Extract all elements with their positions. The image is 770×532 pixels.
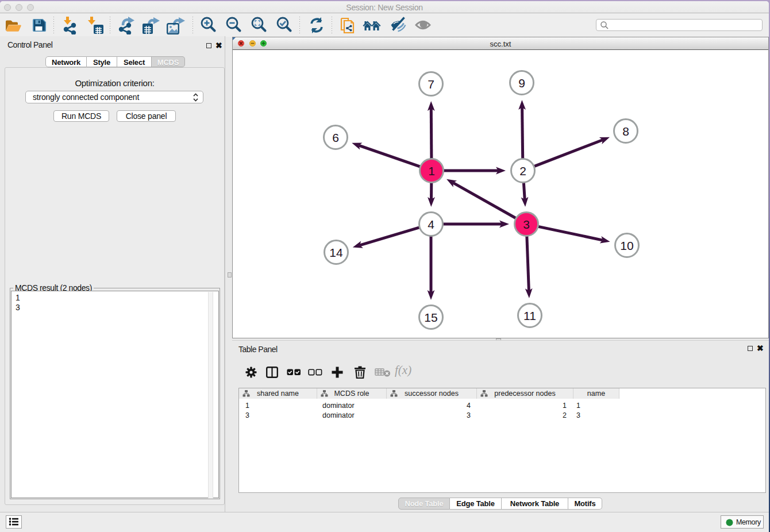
svg-text:14: 14 — [329, 246, 343, 259]
svg-text:8: 8 — [622, 125, 629, 138]
svg-text:4: 4 — [428, 218, 434, 231]
svg-text:3: 3 — [523, 218, 530, 231]
svg-text:15: 15 — [424, 311, 437, 324]
svg-text:7: 7 — [428, 78, 434, 91]
svg-text:2: 2 — [519, 164, 526, 178]
svg-text:10: 10 — [620, 239, 633, 252]
svg-text:1: 1 — [428, 164, 435, 178]
svg-text:9: 9 — [518, 76, 525, 90]
svg-text:6: 6 — [332, 131, 339, 144]
svg-text:11: 11 — [523, 309, 536, 322]
